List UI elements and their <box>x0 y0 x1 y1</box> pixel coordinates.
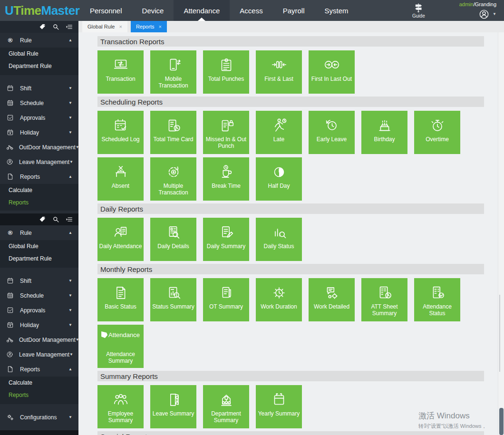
close-icon[interactable]: × <box>158 24 161 29</box>
tile-daily-details[interactable]: Daily Details <box>150 218 196 261</box>
sidebar-item-leave-management[interactable]: Leave Management▼ <box>0 347 78 362</box>
calendar-plus-icon <box>7 129 14 136</box>
tile-icon-area <box>165 56 183 75</box>
nav-item-personnel[interactable]: Personnel <box>80 0 132 21</box>
tile-label: Total Time Card <box>152 136 194 143</box>
account-menu[interactable]: ▼ <box>478 9 496 20</box>
tile-overtime[interactable]: Overtime <box>414 111 460 154</box>
tile-transaction[interactable]: Transaction <box>97 50 144 94</box>
sidebar-item-shift[interactable]: Shift▼ <box>0 81 78 96</box>
sidebar-subitem-reports[interactable]: Reports <box>0 389 78 401</box>
guide-button[interactable]: Guide <box>412 2 425 19</box>
sidebar-item-approvals[interactable]: Approvals▼ <box>0 110 78 125</box>
sidebar-subitem-reports[interactable]: Reports <box>0 196 78 209</box>
nav-item-system[interactable]: System <box>315 0 359 21</box>
tile-early-leave[interactable]: Early Leave <box>309 111 355 154</box>
sidebar-item-configurations[interactable]: Configurations▼ <box>0 410 78 425</box>
sidebar-item-approvals[interactable]: Approvals▼ <box>0 303 78 318</box>
tile-ot-summary[interactable]: OT Summary <box>203 278 249 321</box>
menu-icon-wrap <box>6 366 14 373</box>
sidebar-subitem-global-rule[interactable]: Global Rule <box>0 48 78 60</box>
tile-department-summary[interactable]: Department Summary <box>203 385 249 428</box>
topbar-right: Guide admin/Granding ▼ <box>412 0 504 21</box>
tag-icon[interactable] <box>39 216 46 223</box>
sidebar-toolbar <box>0 213 78 225</box>
sidebar-item-holiday[interactable]: Holiday▼ <box>0 318 78 332</box>
scrollbar-track[interactable] <box>498 21 504 435</box>
section-header-summary-reports: Summary Reports <box>97 371 484 381</box>
menu-icon[interactable] <box>66 216 73 223</box>
tile-attendance-status[interactable]: Attendance Status <box>414 278 460 321</box>
runner-icon <box>270 116 288 135</box>
tile-first-in-last-out[interactable]: First In Last Out <box>309 50 355 94</box>
tile-work-detailed[interactable]: Work Detailed <box>309 278 355 321</box>
search-icon[interactable] <box>52 23 59 30</box>
tab-global-rule[interactable]: Global Rule× <box>82 21 127 32</box>
sidebar-subitem-department-rule[interactable]: Department Rule <box>0 252 78 265</box>
sidebar-item-outdoor-management[interactable]: OutDoor Management▼ <box>0 140 78 155</box>
sidebar-item-rule[interactable]: ®Rule▲ <box>0 225 78 240</box>
search-icon[interactable] <box>52 216 59 223</box>
tile-late[interactable]: Late <box>256 111 302 154</box>
tile-daily-attendance[interactable]: Daily Attendance <box>97 218 144 261</box>
tile-icon-area <box>217 283 235 302</box>
tile-att-sheet-summary[interactable]: ATT Sheet Summary <box>361 278 407 321</box>
sidebar-subitem-calculate[interactable]: Calculate <box>0 184 78 196</box>
tile-scheduled-log[interactable]: Scheduled Log <box>97 111 144 154</box>
sidebar-item-schedule[interactable]: Schedule▼ <box>0 96 78 110</box>
tile-mobile-transaction[interactable]: Mobile Transaction <box>150 50 196 94</box>
tile-daily-status[interactable]: Daily Status <box>256 218 302 261</box>
tile-employee-summary[interactable]: Employee Summary <box>97 385 144 428</box>
tile-status-summary[interactable]: Status Summary <box>150 278 196 321</box>
inner-scrollbar[interactable] <box>499 295 500 372</box>
tile-total-time-card[interactable]: Total Time Card <box>150 111 196 154</box>
nav-item-payroll[interactable]: Payroll <box>273 0 315 21</box>
sidebar-item-shift[interactable]: Shift▼ <box>0 273 78 288</box>
menu-icon[interactable] <box>66 23 73 30</box>
tile-label: Daily Summary <box>206 243 246 250</box>
tag-icon[interactable] <box>39 23 46 30</box>
tile-total-punches[interactable]: Total Punches <box>203 50 249 94</box>
menu-icon-wrap <box>6 144 13 151</box>
tile-first-last[interactable]: First & Last <box>256 50 302 94</box>
close-icon[interactable]: × <box>119 24 122 29</box>
tile-multiple-transaction[interactable]: Multiple Transaction <box>150 157 196 201</box>
tile-icon-area <box>217 223 235 242</box>
phone-lock-icon <box>217 116 235 135</box>
tab-reports[interactable]: Reports× <box>131 21 167 32</box>
sidebar-subitem-calculate[interactable]: Calculate <box>0 377 78 389</box>
tile-missed-in-out-punch[interactable]: Missed In & Out Punch <box>203 111 249 154</box>
tab-label: Reports <box>136 24 155 29</box>
tile-leave-summary[interactable]: Leave Summary <box>150 385 196 428</box>
tile-birthday[interactable]: Birthday <box>361 111 407 154</box>
user-icon <box>478 9 490 20</box>
tile-work-duration[interactable]: Work Duration <box>256 278 302 321</box>
sidebar-item-holiday[interactable]: Holiday▼ <box>0 125 78 140</box>
caret-down-icon: ▼ <box>76 338 78 342</box>
sidebar-item-rule[interactable]: ®Rule▲ <box>0 33 78 48</box>
phone-arrows-icon <box>165 56 183 74</box>
tile-daily-summary[interactable]: Daily Summary <box>203 218 249 261</box>
tile-basic-status[interactable]: Basic Status <box>97 278 144 321</box>
sidebar: ®Rule▲Global RuleDepartment RuleShift▼Sc… <box>0 21 78 435</box>
tile-half-day[interactable]: Half Day <box>256 157 302 201</box>
nav-item-attendance[interactable]: Attendance <box>174 0 230 21</box>
nav-item-access[interactable]: Access <box>230 0 272 21</box>
account-name: admin/Granding <box>459 1 496 7</box>
tile-icon-area <box>270 163 288 182</box>
nav-item-device[interactable]: Device <box>132 0 174 21</box>
half-clock-icon <box>270 163 288 181</box>
sidebar-item-schedule[interactable]: Schedule▼ <box>0 288 78 303</box>
tile-yearly-summary[interactable]: Yearly Summary <box>256 385 302 428</box>
sidebar-subitem-global-rule[interactable]: Global Rule <box>0 240 78 252</box>
sidebar-item-reports[interactable]: Reports▲ <box>0 362 78 377</box>
tile-attendance-summary[interactable]: AttendanceAttendance Summary <box>97 325 144 368</box>
sidebar-item-reports[interactable]: Reports▲ <box>0 169 78 184</box>
sidebar-item-leave-management[interactable]: Leave Management▼ <box>0 155 78 169</box>
sidebar-subitem-department-rule[interactable]: Department Rule <box>0 60 78 72</box>
tile-absent[interactable]: Absent <box>97 157 144 201</box>
sidebar-item-outdoor-management[interactable]: OutDoor Management▼ <box>0 332 78 347</box>
scrollbar-thumb[interactable] <box>499 408 504 435</box>
tile-icon-area <box>270 116 288 135</box>
tile-break-time[interactable]: Break Time <box>203 157 249 201</box>
